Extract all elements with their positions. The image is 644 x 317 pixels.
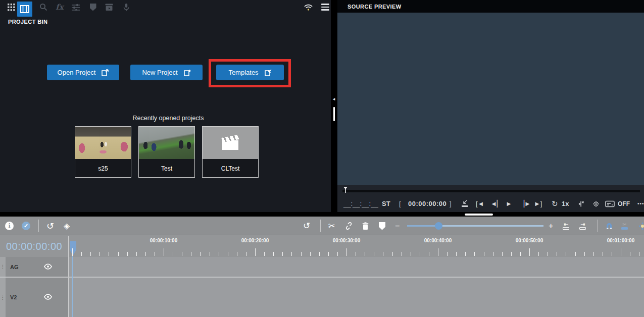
goto-in-icon[interactable]: [◄ — [476, 195, 484, 212]
marker-flag-icon[interactable] — [379, 217, 385, 235]
undo-icon[interactable]: ↺ — [46, 217, 54, 235]
marker-shield-icon[interactable] — [86, 0, 100, 14]
wifi-icon[interactable] — [301, 0, 315, 14]
waveform-fit-icon[interactable] — [592, 195, 600, 212]
ruler-tick — [145, 252, 146, 256]
slider-track-filled — [407, 225, 438, 227]
apps-grid-icon[interactable] — [4, 0, 18, 14]
snap-magnet-icon[interactable] — [605, 217, 613, 235]
horizontal-resize-handle[interactable] — [465, 214, 493, 216]
delete-icon[interactable] — [362, 217, 369, 235]
project-card-test[interactable]: Test — [138, 126, 195, 178]
ruler-tick — [100, 252, 100, 256]
step-forward-icon[interactable]: ▕► — [519, 195, 531, 212]
play-icon[interactable]: ► — [506, 195, 512, 212]
project-name: s25 — [75, 160, 131, 177]
timeline-ruler[interactable]: 00:00:10:0000:00:20:0000:00:30:0000:00:4… — [69, 236, 644, 257]
ruler-tick — [511, 252, 512, 256]
timeline-toolbar: i ✓ ↺ ◈ ↺ ✂ − + — [0, 217, 644, 235]
microphone-icon[interactable] — [119, 0, 133, 14]
timeline-panel: i ✓ ↺ ◈ ↺ ✂ − + — [0, 217, 644, 317]
scrubber-track[interactable] — [342, 190, 640, 192]
razor-all-tracks-icon[interactable]: ✂ — [621, 217, 628, 235]
ruler-tick — [310, 252, 311, 256]
ruler-tick — [191, 252, 191, 256]
track-drag-handle[interactable]: ⋮ — [0, 278, 6, 317]
menu-icon[interactable] — [318, 0, 332, 14]
toolbar-divider — [38, 220, 39, 232]
playback-speed-icon[interactable]: ↻ — [552, 195, 558, 212]
annotation-highlight-box — [209, 59, 291, 87]
scrubber-playhead-icon[interactable] — [343, 186, 348, 195]
source-scrubber[interactable] — [337, 185, 644, 195]
speed-value[interactable]: 1x — [562, 195, 569, 212]
step-back-icon[interactable]: ◄▏ — [490, 195, 502, 212]
captions-state[interactable]: OFF — [618, 195, 630, 212]
ruler-tick — [548, 252, 548, 256]
goto-out-icon[interactable]: ►] — [534, 195, 542, 212]
info-icon[interactable]: i — [5, 217, 14, 235]
toolbar-divider — [598, 220, 598, 232]
unlink-icon[interactable] — [344, 217, 353, 235]
timeline-zoom-slider[interactable] — [407, 217, 543, 235]
project-bin-icon[interactable] — [17, 2, 32, 17]
ruler-tick — [81, 252, 82, 256]
shift-clip-left-icon[interactable]: ⇤ — [563, 217, 569, 235]
ruler-tick — [603, 252, 603, 256]
playhead-marker[interactable] — [70, 241, 76, 255]
history-icon[interactable]: ↺ — [303, 217, 310, 235]
project-card-s25[interactable]: s25 — [75, 126, 131, 178]
new-project-button[interactable]: New Project — [130, 65, 203, 80]
project-card-cltest[interactable]: CLTest — [202, 126, 259, 178]
captions-icon[interactable] — [605, 195, 615, 212]
clipped-toolbar-icon[interactable] — [638, 217, 644, 235]
track-header-v2[interactable]: ⋮ V2 — [0, 278, 68, 317]
vertical-resize-handle[interactable] — [333, 107, 335, 121]
ruler-tick — [520, 252, 521, 256]
ruler-label: 00:00:30:00 — [333, 238, 360, 243]
audio-scrub-mute-icon[interactable] — [576, 195, 585, 212]
track-lane-ag[interactable] — [69, 257, 644, 277]
new-project-icon — [184, 69, 191, 76]
zoom-in-icon[interactable]: + — [549, 217, 553, 235]
panel-divider-horizontal[interactable] — [0, 212, 644, 217]
layers-icon[interactable]: ◈ — [64, 217, 70, 235]
ruler-label: 00:00:50:00 — [516, 238, 543, 243]
ruler-tick — [72, 248, 73, 256]
more-options-icon[interactable]: ••• — [637, 195, 644, 212]
ruler-tick — [109, 252, 109, 256]
slider-handle[interactable] — [435, 222, 442, 230]
insert-to-timeline-icon[interactable] — [461, 195, 469, 212]
track-header-ag[interactable]: ⋮ AG — [0, 257, 68, 277]
ruler-tick — [264, 252, 265, 256]
track-row-v2: ⋮ V2 — [0, 278, 644, 317]
track-visibility-eye-icon[interactable] — [43, 293, 53, 302]
ruler-tick — [136, 252, 137, 256]
ruler-tick — [630, 252, 630, 256]
source-preview-viewport[interactable] — [337, 13, 644, 185]
effects-fx-icon[interactable]: fx — [53, 0, 67, 14]
track-visibility-eye-icon[interactable] — [43, 262, 53, 272]
fx-glyph: fx — [56, 3, 63, 12]
project-name: CLTest — [203, 160, 258, 177]
open-project-button[interactable]: Open Project — [47, 65, 119, 80]
ruler-tick — [538, 252, 539, 256]
search-icon[interactable] — [36, 0, 51, 14]
timeline-ruler-row: 00:00:00:00 00:00:10:0000:00:20:0000:00:… — [0, 236, 644, 257]
project-name: Test — [139, 160, 194, 177]
st-toggle[interactable]: ST — [382, 195, 390, 212]
ruler-tick — [127, 252, 128, 256]
collapse-panel-icon[interactable]: ◄ — [332, 97, 336, 101]
razor-glyph: ✂ — [622, 222, 626, 227]
ruler-tick — [593, 252, 594, 256]
zoom-out-icon[interactable]: − — [395, 217, 400, 235]
playhead-line[interactable] — [72, 256, 73, 317]
confirm-check-icon[interactable]: ✓ — [22, 217, 30, 235]
cut-icon[interactable]: ✂ — [328, 217, 335, 235]
panel-divider-vertical[interactable]: ◄ — [331, 0, 337, 212]
track-drag-handle[interactable]: ⋮ — [0, 257, 6, 277]
adjust-sliders-icon[interactable] — [69, 0, 83, 14]
track-lane-v2[interactable] — [69, 278, 644, 317]
shift-clip-right-icon[interactable]: ⇥ — [579, 217, 586, 235]
media-export-icon[interactable] — [102, 0, 116, 14]
